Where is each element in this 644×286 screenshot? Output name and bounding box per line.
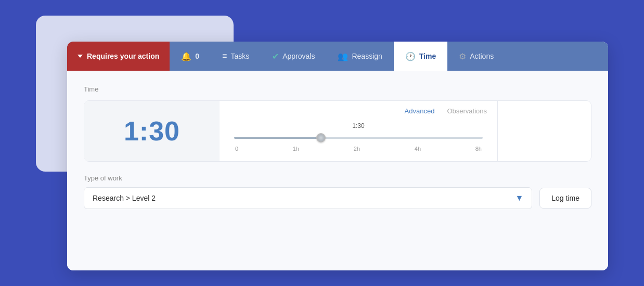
notification-count: 0	[195, 52, 199, 60]
tab-notifications[interactable]: 🔔 0	[170, 42, 211, 71]
tick-2h: 2h	[354, 146, 360, 152]
slider-track-wrapper[interactable]	[234, 133, 483, 143]
time-icon: 🕐	[405, 51, 416, 61]
work-type-row: Research > Level 2 ▼ Log time	[84, 187, 591, 209]
slider-observations-row: Advanced Observations 1:30 0 1h	[220, 101, 497, 161]
time-display-box: 1:30	[84, 101, 220, 161]
actions-gear-icon: ⚙	[459, 51, 466, 61]
tick-1h: 1h	[293, 146, 299, 152]
time-row: 1:30 Advanced Observations 1:30	[84, 100, 591, 162]
tick-0: 0	[235, 146, 238, 152]
observations-panel	[497, 101, 591, 161]
slider-track[interactable]	[234, 137, 483, 139]
content-area: Time 1:30 Advanced Observations 1:30	[67, 71, 608, 270]
slider-current-label: 1:30	[234, 122, 483, 129]
action-button-label: Requires your action	[87, 52, 159, 60]
tab-approvals[interactable]: ✔ Approvals	[261, 42, 326, 71]
time-value: 1:30	[124, 115, 180, 147]
actions-label: Actions	[470, 52, 494, 60]
reassign-label: Reassign	[352, 52, 382, 60]
work-type-section: Type of work Research > Level 2 ▼ Log ti…	[84, 174, 591, 209]
work-type-label: Type of work	[84, 174, 591, 182]
tab-reassign[interactable]: 👥 Reassign	[326, 42, 393, 71]
tasks-label: Tasks	[230, 52, 249, 60]
log-time-button[interactable]: Log time	[539, 188, 591, 209]
slider-container: 1:30 0 1h 2h 4h 8h	[220, 117, 497, 161]
work-type-selected-value: Research > Level 2	[93, 194, 156, 202]
slider-thumb[interactable]	[316, 133, 326, 142]
nav-bar: Requires your action 🔔 0 ≡ Tasks ✔ Appro…	[67, 42, 608, 71]
time-label: Time	[419, 52, 436, 60]
bell-icon: 🔔	[181, 51, 191, 61]
slider-ticks: 0 1h 2h 4h 8h	[234, 146, 483, 152]
reassign-icon: 👥	[338, 51, 348, 61]
tasks-icon: ≡	[222, 51, 227, 61]
advanced-tab-link[interactable]: Advanced	[405, 107, 435, 115]
approvals-label: Approvals	[282, 52, 315, 60]
requires-action-button[interactable]: Requires your action	[67, 42, 170, 71]
chevron-icon	[78, 55, 83, 58]
tick-4h: 4h	[415, 146, 421, 152]
work-type-select[interactable]: Research > Level 2 ▼	[84, 187, 532, 209]
section-title: Time	[84, 85, 591, 93]
nav-tabs: 🔔 0 ≡ Tasks ✔ Approvals 👥 Reassign	[170, 42, 608, 71]
tab-actions[interactable]: ⚙ Actions	[447, 42, 505, 71]
main-card: Requires your action 🔔 0 ≡ Tasks ✔ Appro…	[67, 42, 608, 270]
tabs-advanced-obs: Advanced Observations	[220, 101, 497, 117]
observations-tab-link[interactable]: Observations	[447, 107, 487, 115]
tick-8h: 8h	[475, 146, 482, 152]
approvals-icon: ✔	[272, 51, 279, 61]
tab-time[interactable]: 🕐 Time	[394, 42, 447, 71]
dropdown-arrow-icon: ▼	[515, 193, 523, 203]
tab-tasks[interactable]: ≡ Tasks	[211, 42, 261, 71]
